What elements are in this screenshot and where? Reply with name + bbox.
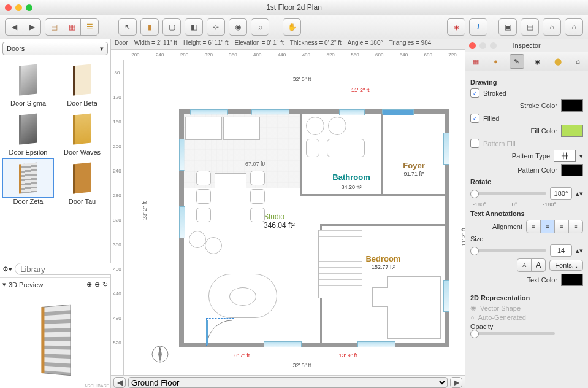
inspector-title: Inspector [465,42,588,49]
library-item-label: Door Epsilon [2,149,54,156]
library-category-select[interactable]: Doors ▾ [2,42,108,55]
rotate-slider[interactable] [470,192,546,195]
align-justify-button[interactable]: ≡ [568,220,583,233]
stepper-icon[interactable]: ▴▾ [576,190,583,198]
area-note: 67.07 ft² [245,161,265,167]
stepper-icon[interactable]: ▴▾ [576,247,583,255]
view-split-button[interactable]: ☰ [80,18,99,36]
dimension: 32' 5" ft [293,362,311,368]
room-name: Bedroom [365,254,400,263]
library-item[interactable]: Door Epsilon [2,109,54,156]
alignment-label: Alignment [470,223,522,230]
section-2d-repr: 2D Representation [470,294,583,301]
gear-icon[interactable]: ⚙▾ [2,265,12,273]
stroke-color-label: Stroke Color [470,102,557,109]
inspector-tab-light[interactable]: ⬤ [551,55,565,68]
size-value[interactable]: 14 [550,244,572,257]
pattern-type-label: Pattern Type [470,152,550,160]
align-center-button[interactable]: ≡ [540,220,555,233]
prev-floor-button[interactable]: ◀ [113,377,126,388]
dimension: 32' 5" ft [293,76,311,82]
disclosure-icon[interactable]: ▾ [2,281,6,289]
radio-icon: ◉ [470,304,476,312]
align-left-button[interactable]: ≡ [526,220,541,233]
render-button[interactable]: ◈ [447,18,465,36]
chevron-down-icon[interactable]: ▾ [579,152,583,160]
room-area: 84.20 ft² [341,184,361,190]
home-button[interactable]: ⌂ [565,18,583,36]
exterior-walls: 5.87 ft² 67.07 ft² Bathroom 84.20 ft² [179,109,449,347]
dimension-tool-button[interactable]: ⊹ [207,18,225,36]
inspector-panel: Inspector ▦ ● ✎ ◉ ⬤ ⌂ Drawing ✓ Stroked … [465,39,588,388]
nav-back-button[interactable]: ◀ [5,18,23,36]
nav-forward-button[interactable]: ▶ [23,18,41,36]
pointer-tool-button[interactable]: ↖ [118,18,137,36]
chevron-down-icon: ▾ [100,45,104,53]
stroke-color-swatch[interactable] [561,99,583,112]
library-item[interactable]: Door Sigma [2,60,54,107]
layout-button[interactable]: ▣ [498,18,517,36]
archibase-logo: ARCHIBASE [85,384,109,388]
library-item[interactable]: Door Waves [56,109,108,156]
text-color-swatch[interactable] [561,274,583,286]
size-slider[interactable] [470,249,546,252]
library-item[interactable]: Door Tau [56,158,108,205]
library-category-value: Doors [7,45,25,52]
view-2d-button[interactable]: ▤ [45,18,63,36]
rotate-label: Rotate [470,178,491,185]
window-titlebar: 1st Floor 2d Plan [0,0,588,15]
stroked-checkbox[interactable]: ✓ [470,88,479,98]
roof-tool-button[interactable]: ◧ [185,18,203,36]
fill-color-swatch[interactable] [561,125,583,137]
preview-label: 3D Preview [9,281,84,289]
info-button[interactable]: i [469,18,487,36]
floors-button[interactable]: ▤ [521,18,539,36]
rotate-value[interactable]: 180° [550,187,572,200]
zoom-out-icon[interactable]: ⊖ [94,281,100,289]
view-3d-button[interactable]: ▦ [63,18,81,36]
fill-color-label: Fill Color [470,127,557,134]
pattern-fill-label: Pattern Fill [483,140,516,147]
stroked-label: Stroked [483,90,506,97]
room-area: 91.71 ft² [403,171,424,177]
inspector-tab-2d[interactable]: ✎ [510,54,524,69]
pan-tool-button[interactable]: ✋ [283,18,301,36]
rotate-icon[interactable]: ↻ [102,281,108,289]
opacity-slider[interactable] [470,332,555,335]
font-larger-button[interactable]: A [531,258,546,272]
room-tool-button[interactable]: ▢ [162,18,181,36]
library-item[interactable]: Door Zeta [2,158,54,205]
room-area: 346.04 ft² [264,221,295,230]
room-area: 152.77 ft² [372,264,395,270]
main-toolbar: ◀ ▶ ▤ ▦ ☰ ↖ ▮ ▢ ◧ ⊹ ◉ ⌕ ✋ ◈ i ▣ ▤ ⌂ ⌂ [0,15,588,39]
ruler-vertical: 80120160200240280320360400440480520 [111,60,124,375]
alignment-segmented[interactable]: ≡ ≡ ≡ ≡ [526,220,583,233]
pattern-color-swatch[interactable] [561,164,583,176]
preview-3d[interactable]: ARCHIBASE [0,291,110,388]
filled-checkbox[interactable]: ✓ [470,114,479,123]
camera-tool-button[interactable]: ◉ [229,18,247,36]
inspector-tab-object[interactable]: ▦ [469,55,483,68]
dimension: 11' 2" ft [351,87,370,93]
inspector-tab-camera[interactable]: ◉ [531,55,544,68]
fonts-button[interactable]: Fonts... [549,260,583,271]
font-smaller-button[interactable]: A [517,258,532,272]
library-item-label: Door Beta [56,99,108,107]
dimension: 6' 7" ft [234,352,250,359]
floor-plan-canvas[interactable]: 32' 5" ft 11' 2" ft 23' 2" ft 11' 3" ft … [124,60,465,375]
inspector-tab-house[interactable]: ⌂ [571,55,585,68]
library-item[interactable]: Door Beta [56,60,108,107]
pattern-type-select[interactable]: ╂╂ [554,150,576,162]
library-sidebar: Doors ▾ Door Sigma Door Beta Door Epsilo… [0,39,111,388]
next-floor-button[interactable]: ▶ [450,377,462,388]
pattern-fill-checkbox [470,139,479,148]
inspector-tab-material[interactable]: ● [489,55,503,68]
align-right-button[interactable]: ≡ [554,220,569,233]
wall-tool-button[interactable]: ▮ [140,18,159,36]
zoom-tool-button[interactable]: ⌕ [251,18,269,36]
dimension: 13' 9" ft [339,352,357,359]
floor-select[interactable]: Ground Floor [128,377,448,388]
zoom-in-icon[interactable]: ⊕ [86,281,92,289]
house-button[interactable]: ⌂ [543,18,561,36]
dimension: 23' 2" ft [142,201,148,220]
